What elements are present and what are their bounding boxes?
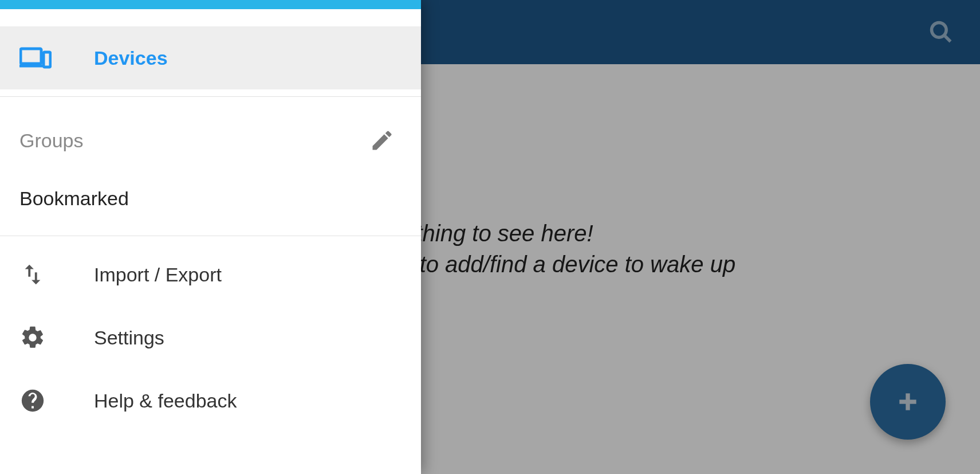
nav-item-help-feedback[interactable]: Help & feedback (0, 369, 421, 432)
svg-rect-6 (44, 52, 50, 67)
devices-icon (19, 44, 54, 72)
help-icon (19, 387, 54, 414)
groups-section-header: Groups (0, 104, 421, 168)
group-item-bookmarked-label: Bookmarked (19, 187, 129, 210)
drawer-spacer (0, 9, 421, 26)
nav-item-settings-label: Settings (94, 327, 164, 349)
divider (0, 236, 421, 236)
nav-item-help-feedback-label: Help & feedback (94, 390, 237, 412)
gear-icon (19, 324, 54, 351)
nav-item-settings[interactable]: Settings (0, 306, 421, 369)
edit-groups-button[interactable] (366, 124, 398, 156)
groups-section-title: Groups (19, 130, 84, 152)
navigation-drawer: Devices Groups Bookmarked Import / Expor… (0, 0, 421, 474)
svg-rect-4 (21, 49, 41, 64)
nav-item-import-export-label: Import / Export (94, 264, 222, 286)
group-item-bookmarked[interactable]: Bookmarked (0, 168, 421, 229)
import-export-icon (19, 261, 54, 288)
app-root: Nothing to see here! Use the + button to… (0, 0, 980, 474)
pencil-icon (369, 128, 395, 153)
nav-item-devices-label: Devices (94, 47, 168, 69)
divider (0, 96, 421, 97)
nav-item-import-export[interactable]: Import / Export (0, 243, 421, 306)
drawer-accent-strip (0, 0, 421, 9)
nav-item-devices[interactable]: Devices (0, 26, 421, 89)
